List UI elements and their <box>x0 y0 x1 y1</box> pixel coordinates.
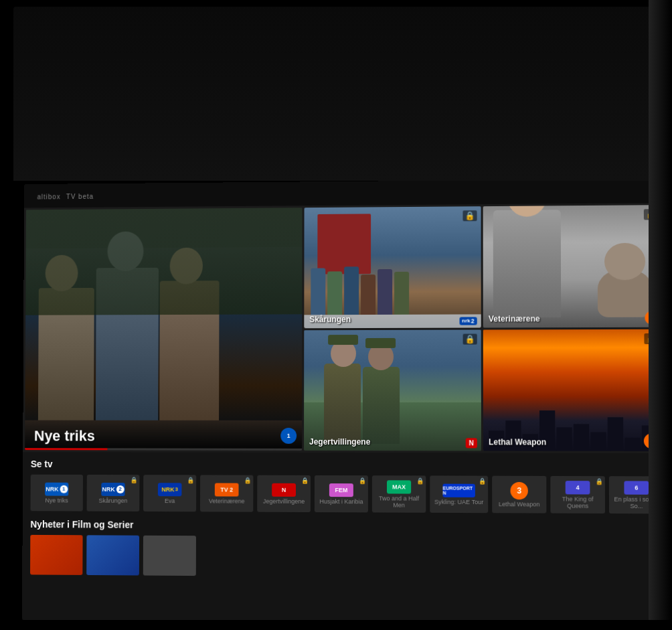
building-7 <box>590 432 606 451</box>
lock-eurosport: 🔒 <box>479 478 486 485</box>
lock-tv4: 🔒 <box>596 478 603 485</box>
bottom-bezel <box>0 620 672 630</box>
featured-main-card[interactable]: Nye triks 1 <box>25 208 302 451</box>
featured-main-overlay: Nye triks <box>25 420 302 451</box>
nrk3-logo: NRK3 <box>158 483 182 496</box>
featured-channel-badge: 1 <box>280 428 297 444</box>
channel-max[interactable]: 🔒 MAX Two and a Half Men <box>372 475 426 513</box>
lock-nrk2: 🔒 <box>131 477 138 483</box>
vet-scene <box>483 205 663 327</box>
nyheter-strip <box>30 535 657 579</box>
channel-nrk1[interactable]: NRK1 Nye triks <box>30 475 82 511</box>
card-label-jeger: Jegertvillingene <box>309 437 370 447</box>
se-tv-section: Se tv NRK1 Nye triks 🔒 NRK2 Skårungen <box>23 452 665 518</box>
channel-nrk3[interactable]: 🔒 NRK3 Eva <box>143 475 196 511</box>
nrk3-sub: Eva <box>165 497 175 504</box>
eurosport-sub: Sykling: UAE Tour <box>434 498 483 505</box>
card-label-skarungen: Skårungen <box>309 315 351 324</box>
lock-max: 🔒 <box>416 477 424 484</box>
card-jeger[interactable]: 🔒 Jegertvillingene N <box>304 329 481 451</box>
nrk2-logo: NRK2 <box>101 482 124 495</box>
snow-scene <box>304 206 481 328</box>
building-8 <box>608 417 624 451</box>
channel-eurosport[interactable]: 🔒 EUROSPORT N Sykling: UAE Tour <box>430 475 488 513</box>
building-6 <box>574 424 590 451</box>
nyheter-section: Nyheter i Film og Serier <box>22 515 665 582</box>
card-veterinare[interactable]: 🔒 Veterinærene 2 <box>483 205 663 327</box>
se-tv-title: Se tv <box>31 459 657 471</box>
max-sub: Two and a Half Men <box>375 495 423 508</box>
nrk1-sub: Nye triks <box>46 497 68 503</box>
channel-tv3[interactable]: 3 Lethal Weapon <box>492 476 546 514</box>
tv-screen: altibox TV beta <box>22 179 666 626</box>
nye-triks-artwork <box>25 208 302 451</box>
news-thumb-3[interactable] <box>143 536 196 576</box>
tv4-sub: The King of Queens <box>553 495 602 509</box>
tv6-logo: 6 <box>624 481 649 494</box>
lock-n: 🔒 <box>301 477 309 484</box>
featured-area: Nye triks 1 <box>23 203 665 453</box>
right-bezel <box>649 0 672 630</box>
eurosport-logo: EUROSPORT N <box>442 483 475 497</box>
nrk2-sub: Skårungen <box>99 497 128 503</box>
bezel-inner <box>13 7 665 181</box>
channel-nrk2[interactable]: 🔒 NRK2 Skårungen <box>87 475 140 511</box>
card-label-vet: Veterinærene <box>489 314 540 323</box>
lock-nrk3: 🔒 <box>187 477 194 483</box>
lock-fem: 🔒 <box>359 477 366 484</box>
screen-content: altibox TV beta <box>22 179 666 626</box>
lock-icon-jeger: 🔒 <box>463 333 477 344</box>
card-channel-jeger: N <box>465 438 477 448</box>
card-lethal[interactable]: 🔒 Lethal Weapon 3 <box>483 329 663 451</box>
progress-fill <box>25 448 107 450</box>
card-channel-skarungen: nrk 2 <box>459 317 477 325</box>
featured-grid: 🔒 Skårungen nrk 2 <box>304 205 663 451</box>
lock-tv2: 🔒 <box>244 477 251 484</box>
building-5 <box>556 427 572 451</box>
fem-logo: FEM <box>329 483 353 497</box>
max-logo: MAX <box>387 480 411 493</box>
channel-n[interactable]: 🔒 N Jegertvillingene <box>257 475 311 512</box>
lock-icon-skarungen: 🔒 <box>463 210 477 221</box>
tv3-sub: Lethal Weapon <box>499 501 539 507</box>
skyline-scene <box>483 329 663 451</box>
fem-sub: Husjakt i Karibia <box>319 498 363 505</box>
n-sub: Jegertvillingene <box>263 497 305 504</box>
app-logo: altibox TV beta <box>35 191 94 201</box>
channel-strip: NRK1 Nye triks 🔒 NRK2 Skårungen 🔒 <box>30 475 657 514</box>
tv3-logo: 3 <box>510 481 527 499</box>
nrk1-logo: NRK1 <box>45 482 68 495</box>
tv2-logo: TV 2 <box>215 483 239 496</box>
n-logo: N <box>272 483 296 496</box>
card-skarungen[interactable]: 🔒 Skårungen nrk 2 <box>304 206 481 328</box>
channel-tv4[interactable]: 🔒 4 The King of Queens <box>550 476 605 514</box>
progress-bar <box>25 448 302 451</box>
news-thumb-2[interactable] <box>86 535 139 575</box>
featured-main-title: Nye triks <box>34 428 292 445</box>
top-bezel <box>0 0 672 181</box>
hunter-scene <box>304 329 481 451</box>
channel-tv2[interactable]: 🔒 TV 2 Veterinærene <box>200 475 253 511</box>
channel-fem[interactable]: 🔒 FEM Husjakt i Karibia <box>315 475 368 512</box>
tv4-logo: 4 <box>566 481 590 494</box>
card-label-lethal: Lethal Weapon <box>489 437 546 447</box>
news-thumb-1[interactable] <box>30 535 83 575</box>
tv2-sub: Veterinærene <box>209 497 245 504</box>
building-9 <box>624 438 641 451</box>
nyheter-title: Nyheter i Film og Serier <box>30 519 657 533</box>
